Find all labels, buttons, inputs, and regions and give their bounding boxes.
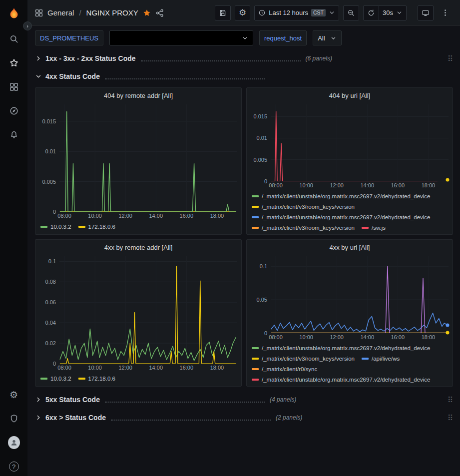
starred-dashboards-icon[interactable] bbox=[8, 57, 20, 69]
series-line bbox=[60, 266, 236, 364]
row-dots bbox=[105, 74, 265, 79]
x-tick-label: 12:00 bbox=[330, 334, 344, 340]
x-tick-label: 14:00 bbox=[149, 213, 163, 219]
zoom-out-button[interactable] bbox=[343, 5, 359, 20]
variable-request-host-select[interactable]: All bbox=[313, 30, 341, 45]
legend-item[interactable]: /_matrix/client/unstable/org.matrix.msc2… bbox=[252, 192, 431, 201]
legend-label: 10.0.3.2 bbox=[50, 222, 71, 231]
legend-item[interactable]: /api/live/ws bbox=[362, 354, 400, 363]
plot-area: 00.050.1 bbox=[251, 256, 449, 333]
variable-datasource-label[interactable]: DS_PROMETHEUS bbox=[35, 30, 103, 45]
variable-datasource-select[interactable] bbox=[109, 30, 253, 45]
plot-canvas bbox=[271, 104, 449, 181]
legend-item[interactable]: 172.18.0.6 bbox=[78, 222, 115, 231]
legend-label: /_matrix/client/v3/room_keys/version bbox=[262, 202, 355, 211]
legend-color-mark bbox=[78, 378, 85, 380]
share-icon[interactable] bbox=[155, 8, 164, 17]
search-icon[interactable] bbox=[8, 33, 20, 45]
breadcrumb-separator: / bbox=[79, 8, 81, 17]
user-avatar[interactable] bbox=[8, 437, 20, 449]
refresh-interval-dropdown[interactable]: 30s bbox=[379, 5, 407, 20]
y-tick-label: 0 bbox=[264, 330, 267, 336]
grafana-logo[interactable] bbox=[6, 7, 21, 22]
legend-label: /_matrix/client/unstable/org.matrix.msc2… bbox=[262, 213, 431, 222]
legend-item[interactable]: /_matrix/client/r0/sync bbox=[252, 365, 317, 374]
panel-title[interactable]: 404 by remote addr [All] bbox=[39, 90, 237, 100]
legend-item[interactable]: /_matrix/client/unstable/org.matrix.msc2… bbox=[252, 375, 431, 383]
panel-title[interactable]: 4xx by uri [All] bbox=[251, 242, 449, 252]
legend-item[interactable]: /sw.js bbox=[362, 223, 386, 231]
breadcrumb-dashboard-title[interactable]: NGINX PROXY bbox=[86, 8, 138, 17]
x-tick-label: 10:00 bbox=[88, 213, 102, 219]
panel-title[interactable]: 4xx by remote addr [All] bbox=[39, 242, 237, 252]
legend-item[interactable]: /_matrix/client/v3/room_keys/version bbox=[252, 223, 355, 231]
legend-item[interactable]: /_matrix/client/v3/room_keys/version bbox=[252, 202, 355, 211]
legend-item[interactable]: /_matrix/client/v3/room_keys/version bbox=[252, 354, 355, 363]
row-title: 5xx Status Code bbox=[45, 396, 100, 404]
row-drag-handle[interactable]: ⠿ bbox=[448, 396, 453, 404]
plot-canvas bbox=[271, 256, 449, 333]
legend-color-mark bbox=[252, 227, 259, 229]
legend-label: /_matrix/client/unstable/org.matrix.msc2… bbox=[262, 344, 431, 353]
row-dots bbox=[111, 415, 271, 421]
time-range-picker[interactable]: Last 12 hours CST bbox=[254, 5, 339, 20]
variable-request-host-label[interactable]: request_host bbox=[259, 30, 307, 45]
legend-label: /_matrix/client/unstable/org.matrix.msc2… bbox=[262, 192, 431, 201]
y-tick-label: 0.1 bbox=[48, 258, 56, 264]
legend-item[interactable]: 172.18.0.6 bbox=[78, 374, 115, 383]
y-axis: 00.0050.010.015 bbox=[39, 104, 59, 212]
apps-grid-icon[interactable] bbox=[34, 8, 43, 17]
panel-4xx-by-remote-addr: 4xx by remote addr [All]00.020.040.060.0… bbox=[35, 239, 242, 387]
kebab-menu-button[interactable] bbox=[438, 5, 453, 20]
alerting-bell-icon[interactable] bbox=[8, 129, 20, 141]
refresh-icon bbox=[367, 9, 375, 17]
time-range-label: Last 12 hours bbox=[269, 9, 308, 16]
sidebar-expand-chevron-icon[interactable]: › bbox=[23, 21, 32, 30]
tv-mode-button[interactable] bbox=[418, 5, 434, 20]
settings-gear-icon[interactable]: ⚙ bbox=[8, 389, 20, 401]
breadcrumb: General / NGINX PROXY bbox=[47, 8, 138, 17]
row-header-4xx[interactable]: 4xx Status Code bbox=[35, 69, 453, 83]
timezone-badge: CST bbox=[311, 9, 326, 16]
y-tick-label: 0 bbox=[264, 178, 267, 184]
panel-404-by-uri: 404 by uri [All]00.0050.010.01508:0010:0… bbox=[246, 87, 453, 235]
chevron-down-icon bbox=[242, 35, 248, 41]
save-dashboard-button[interactable] bbox=[215, 5, 231, 20]
row-drag-handle[interactable]: ⠿ bbox=[448, 55, 453, 62]
legend-color-mark bbox=[362, 227, 369, 229]
panel-title[interactable]: 404 by uri [All] bbox=[251, 90, 449, 100]
legend-label: /_matrix/client/r0/sync bbox=[262, 365, 317, 374]
x-tick-label: 16:00 bbox=[391, 182, 405, 188]
top-navigation: General / NGINX PROXY ⚙ Last 12 hours CS… bbox=[27, 0, 460, 26]
legend-item[interactable]: /_matrix/client/unstable/org.matrix.msc2… bbox=[252, 213, 431, 222]
dashboards-icon[interactable] bbox=[8, 81, 20, 93]
legend-item[interactable]: 10.0.3.2 bbox=[40, 222, 71, 231]
x-tick-label: 08:00 bbox=[57, 213, 71, 219]
y-tick-label: 0.08 bbox=[45, 279, 56, 285]
help-icon[interactable]: ? bbox=[8, 461, 20, 473]
x-axis: 08:0010:0012:0014:0016:0018:00 bbox=[39, 364, 237, 372]
chevron-right-icon bbox=[35, 396, 42, 403]
legend-color-mark bbox=[252, 347, 259, 349]
explore-compass-icon[interactable] bbox=[8, 105, 20, 117]
row-header-1xx-3xx-2xx[interactable]: 1xx - 3xx - 2xx Status Code (6 panels) ⠿ bbox=[35, 51, 453, 65]
row-header-5xx[interactable]: 5xx Status Code (4 panels) ⠿ bbox=[35, 393, 453, 407]
chevron-right-icon bbox=[35, 414, 42, 421]
refresh-button[interactable] bbox=[363, 5, 379, 20]
favorite-star-icon[interactable] bbox=[142, 8, 151, 17]
breadcrumb-section[interactable]: General bbox=[47, 8, 74, 17]
x-tick-label: 12:00 bbox=[118, 213, 132, 219]
dashboard-main: DS_PROMETHEUS request_host All 1xx - 3xx… bbox=[27, 26, 460, 476]
dashboard-settings-button[interactable]: ⚙ bbox=[235, 5, 250, 20]
x-axis-labels: 08:0010:0012:0014:0016:0018:00 bbox=[59, 212, 237, 220]
legend-item[interactable]: /_matrix/client/unstable/org.matrix.msc2… bbox=[252, 344, 431, 353]
server-admin-shield-icon[interactable] bbox=[8, 413, 20, 425]
row-drag-handle[interactable]: ⠿ bbox=[448, 414, 453, 422]
x-tick-label: 08:00 bbox=[57, 365, 71, 371]
x-tick-label: 12:00 bbox=[330, 182, 344, 188]
row-header-6xx[interactable]: 6xx > Status Code (2 panels) ⠿ bbox=[35, 411, 453, 425]
legend-label: /_matrix/client/v3/room_keys/version bbox=[262, 223, 355, 231]
legend-item[interactable]: 10.0.3.2 bbox=[40, 374, 71, 383]
row-panel-count: (6 panels) bbox=[306, 55, 332, 62]
chevron-down-icon bbox=[396, 9, 403, 16]
